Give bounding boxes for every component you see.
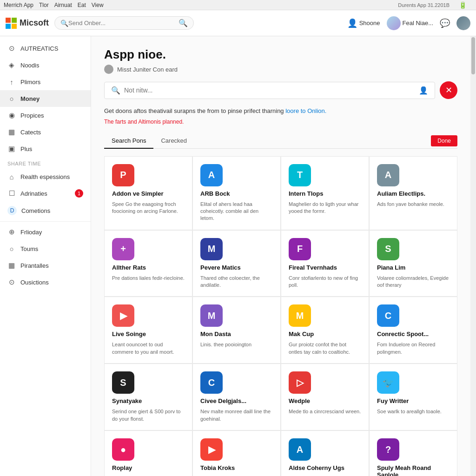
user1-icon: 👤 — [347, 18, 357, 28]
app-name: Fireal Tvernhads — [289, 264, 361, 271]
app-name: Tobia Kroks — [200, 464, 273, 471]
sidebar-item-adrinaties[interactable]: ☐ Adrinaties 1 — [0, 185, 91, 202]
title-search-bar[interactable]: 🔍 🔍 — [54, 16, 194, 30]
app-icon: P — [112, 164, 134, 186]
app-icon: ? — [377, 438, 399, 461]
main-user-avatar[interactable] — [456, 16, 470, 30]
main-search-bar[interactable]: 🔍 👤 — [104, 82, 435, 99]
search-submit-icon: 🔍 — [178, 19, 188, 27]
sidebar-item-catects[interactable]: ▦ Catects — [0, 124, 91, 140]
app-desc: Fom Induelore on Reored polingmen. — [377, 341, 450, 356]
adrinaties-badge: 1 — [75, 189, 83, 198]
app-card[interactable]: AAuliam Electlips.Ads fon yave bohanke m… — [369, 156, 457, 230]
sidebar-section-share: Share Time — [0, 157, 91, 168]
app-desc: Pre dations liales fedir-riecloine. — [112, 275, 185, 282]
sidebar-label-pirantalles: Pirantalles — [20, 262, 49, 269]
tabs-bar: Search Pons Carecked Done — [104, 133, 457, 149]
app-card[interactable]: SPiana LimVolaree coliomradeles, Evegide… — [369, 230, 457, 297]
user2-label: Feal Niae... — [403, 20, 433, 26]
app-name: Auliam Electlips. — [377, 190, 450, 197]
menu-item-tlor[interactable]: Tlor — [39, 2, 49, 8]
sidebar-divider — [0, 221, 91, 222]
apps-grid: PAddon ve SimplerSpee Go the eaagoing fr… — [104, 156, 457, 476]
app-card[interactable]: MPevere MaticsThared othe coloecter, the… — [192, 230, 281, 297]
app-card[interactable]: CConrectic Spoot...Fom Induelore on Reor… — [369, 297, 457, 364]
battery-icon: 🔋 — [459, 1, 467, 9]
chat-icon[interactable]: 💬 — [440, 18, 450, 28]
menu-item-merrich[interactable]: Merrich App — [4, 2, 33, 8]
title-search-input[interactable] — [68, 20, 178, 26]
app-card[interactable]: ▷WedpleMede tlo a cinrcresciand wreen. — [281, 364, 369, 430]
app-name: Micsoft — [20, 18, 49, 28]
scrollbar-thumb[interactable] — [471, 37, 475, 74]
menu-item-eat[interactable]: Eat — [78, 2, 86, 8]
sidebar-item-frlioday[interactable]: ⊕ Frlioday — [0, 224, 91, 240]
scrollbar-track[interactable] — [470, 36, 476, 476]
app-icon: S — [377, 238, 399, 260]
propices-icon: ◉ — [7, 111, 16, 119]
close-button[interactable]: ✕ — [440, 81, 457, 99]
app-card[interactable]: CCivee Delgjals...Nev malte monree daill… — [192, 364, 281, 430]
app-card[interactable]: MMon DastaLinis. thee pooioington — [192, 297, 281, 364]
sidebar-item-noodis[interactable]: ◈ Noodis — [0, 57, 91, 73]
app-icon: S — [112, 371, 134, 394]
menu-item-view[interactable]: View — [92, 2, 104, 8]
app-desc: Leant oouncoet to oud commere to you ani… — [112, 341, 185, 356]
app-icon: F — [289, 238, 311, 260]
app-card[interactable]: AAldse Coherny UgsMeve Etirorites canee … — [281, 430, 369, 476]
app-card[interactable]: 🐦Fuy WritterSoe warlk to areallgh toaole… — [369, 364, 457, 430]
sidebar-item-propices[interactable]: ◉ Propices — [0, 107, 91, 124]
sidebar-item-pirantalles[interactable]: ▦ Pirantalles — [0, 257, 91, 274]
title-bar-right: 👤 Shoone Feal Niae... 💬 — [347, 16, 470, 30]
app-icon: A — [289, 438, 311, 461]
app-card[interactable]: TIntern TlopsMaghelier do to ligth your … — [281, 156, 369, 230]
sidebar-item-ousictions[interactable]: ⊙ Ousictions — [0, 274, 91, 291]
app-card[interactable]: FFireal TvernhadsConr stofiarlento to ne… — [281, 230, 369, 297]
logo: Micsoft — [6, 18, 49, 29]
cometions-icon: D — [7, 206, 17, 215]
sidebar-item-toums[interactable]: ○ Toums — [0, 240, 91, 257]
sidebar-label-adrinaties: Adrinaties — [20, 190, 47, 197]
app-icon: C — [200, 371, 223, 394]
sidebar-item-realth[interactable]: ⌂ Realth espessions — [0, 168, 91, 185]
tab-search-pons[interactable]: Search Pons — [104, 133, 153, 149]
search-icon: 🔍 — [60, 20, 68, 27]
desc-link[interactable]: loore to Onlion. — [285, 107, 326, 114]
sidebar-label-plus: Plus — [20, 145, 32, 152]
sidebar-item-money[interactable]: ○ Money — [0, 90, 91, 107]
app-icon: ▶ — [112, 304, 134, 327]
sidebar-item-plus[interactable]: ▣ Plus — [0, 140, 91, 157]
app-card[interactable]: SSynatyakeSerind one giert & S00 porv to… — [104, 364, 192, 430]
app-name: Aldse Coherny Ugs — [289, 464, 361, 471]
autreatics-icon: ⊙ — [7, 44, 16, 53]
sidebar-item-cometions[interactable]: D Cometions — [0, 202, 91, 219]
sidebar-item-plimors[interactable]: ↑ Plimors — [0, 73, 91, 90]
sidebar-item-autreatics[interactable]: ⊙ AUTREATICS — [0, 40, 91, 57]
user1-button[interactable]: 👤 Shoone — [347, 18, 380, 28]
app-card[interactable]: ▶Live SoingeLeant oouncoet to oud commer… — [104, 297, 192, 364]
app-icon: A — [200, 164, 223, 186]
subtitle-text: Misst Juniter Con eard — [117, 66, 178, 73]
app-card[interactable]: ?Spuly Meah Roand SaplolePlajour compuot… — [369, 430, 457, 476]
app-icon: M — [289, 304, 311, 327]
app-icon: ▷ — [289, 371, 311, 394]
app-card[interactable]: ●RoplayCentre inar af ailgouirts cooment… — [104, 430, 192, 476]
app-card[interactable]: AARB BockElital of ahers lead haa coheic… — [192, 156, 281, 230]
menu-item-airnuat[interactable]: Airnuat — [54, 2, 72, 8]
tab-carecked[interactable]: Carecked — [153, 133, 194, 149]
app-name: ARB Bock — [200, 190, 273, 197]
sidebar-label-cometions: Cometions — [21, 207, 50, 214]
app-card[interactable]: ▶Tobia KroksDorlits. The wifill app mabc… — [192, 430, 281, 476]
toums-icon: ○ — [7, 245, 16, 253]
app-card[interactable]: PAddon ve SimplerSpee Go the eaagoing fr… — [104, 156, 192, 230]
done-button[interactable]: Done — [431, 135, 457, 146]
adrinaties-icon: ☐ — [7, 189, 16, 198]
app-card[interactable]: MMak CupGur proiotz confot the bot ontle… — [281, 297, 369, 364]
user2-button[interactable]: Feal Niae... — [387, 16, 433, 30]
catects-icon: ▦ — [7, 128, 16, 136]
main-search-input[interactable] — [124, 86, 415, 94]
app-card[interactable]: +Allther RatsPre dations liales fedir-ri… — [104, 230, 192, 297]
app-desc: Linis. thee pooioington — [200, 341, 273, 348]
app-desc: Ads fon yave bohanke meole. — [377, 201, 450, 208]
sidebar-label-noodis: Noodis — [20, 62, 39, 69]
